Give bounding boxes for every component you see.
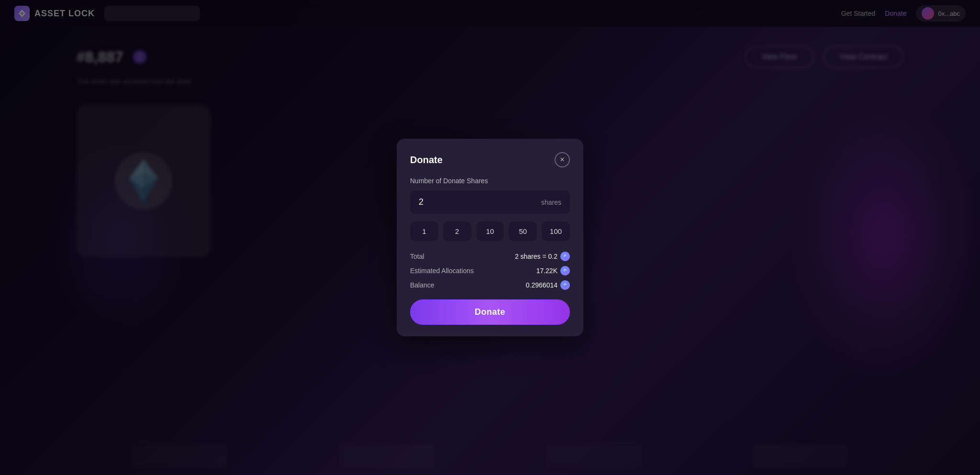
estimated-row: Estimated Allocations 17.22K <box>410 266 570 276</box>
modal-header: Donate × <box>410 152 570 167</box>
shares-value: 2 <box>419 197 423 207</box>
shares-unit: shares <box>541 199 561 206</box>
estimated-value: 17.22K <box>536 267 557 275</box>
donate-modal: Donate × Number of Donate Shares 2 share… <box>397 139 583 336</box>
eth-icon-estimated <box>560 266 570 276</box>
eth-icon-balance <box>560 280 570 290</box>
info-rows: Total 2 shares = 0.2 <box>410 252 570 290</box>
total-value-group: 2 shares = 0.2 <box>515 252 570 261</box>
shares-input-label: Number of Donate Shares <box>410 177 570 185</box>
eth-icon-total <box>560 252 570 261</box>
total-value: 2 shares = 0.2 <box>515 253 557 260</box>
preset-btn-2[interactable]: 2 <box>443 221 471 241</box>
balance-value: 0.2966014 <box>526 281 557 289</box>
estimated-label: Estimated Allocations <box>410 267 474 275</box>
preset-buttons-group: 1 2 10 50 100 <box>410 221 570 241</box>
preset-btn-10[interactable]: 10 <box>476 221 504 241</box>
balance-label: Balance <box>410 281 434 289</box>
close-icon: × <box>560 155 564 164</box>
estimated-value-group: 17.22K <box>536 266 570 276</box>
total-label: Total <box>410 253 424 260</box>
balance-value-group: 0.2966014 <box>526 280 570 290</box>
preset-btn-50[interactable]: 50 <box>509 221 537 241</box>
preset-btn-1[interactable]: 1 <box>410 221 438 241</box>
preset-btn-100[interactable]: 100 <box>542 221 570 241</box>
donate-button[interactable]: Donate <box>410 299 570 325</box>
balance-row: Balance 0.2966014 <box>410 280 570 290</box>
modal-close-button[interactable]: × <box>555 152 570 167</box>
modal-overlay: Donate × Number of Donate Shares 2 share… <box>0 0 980 475</box>
modal-title: Donate <box>410 155 443 166</box>
total-row: Total 2 shares = 0.2 <box>410 252 570 261</box>
shares-input-wrapper[interactable]: 2 shares <box>410 190 570 214</box>
